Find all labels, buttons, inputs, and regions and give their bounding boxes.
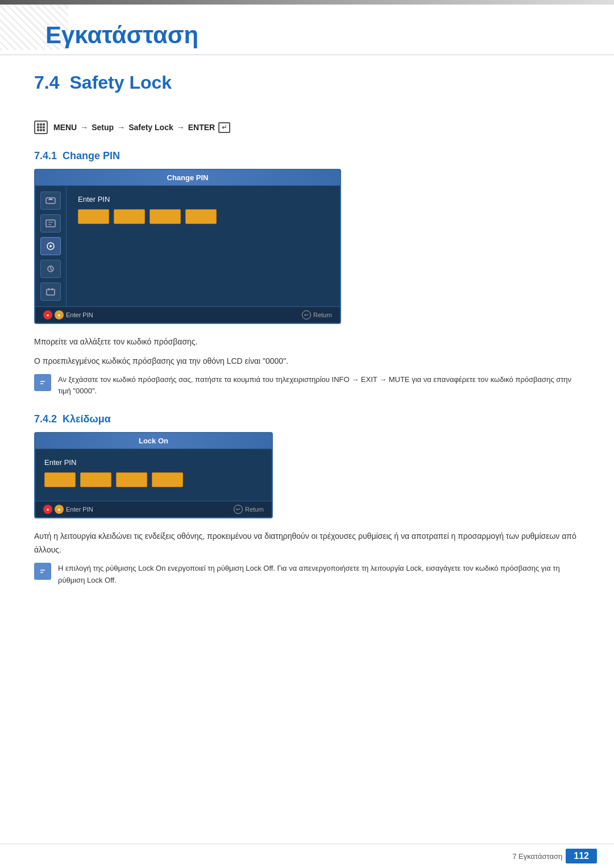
note-text-2: Η επιλογή της ρύθμισης Lock On ενεργοποι… xyxy=(58,563,580,587)
main-content: 7.4 Safety Lock MENU → Setup → Safety Lo… xyxy=(0,55,614,636)
pin-box-4 xyxy=(185,209,217,224)
svg-line-9 xyxy=(51,269,52,271)
top-accent-bar xyxy=(0,0,614,5)
sidebar-icon-3 xyxy=(40,237,61,255)
note-pencil-icon-2 xyxy=(38,566,48,576)
return-circle-icon: ↩ xyxy=(302,310,311,319)
sidebar-icon-5 xyxy=(40,283,61,301)
section-number: 7.4 xyxy=(34,72,59,97)
body-text-1-2: Ο προεπιλεγμένος κωδικός πρόσβασης για τ… xyxy=(34,355,580,368)
section-heading-row: 7.4 Safety Lock xyxy=(34,72,580,108)
change-pin-main: Enter PIN xyxy=(67,186,340,306)
change-pin-screen: Change PIN xyxy=(34,169,341,324)
enter-label: ENTER xyxy=(188,123,215,132)
lock-on-title-bar: Lock On xyxy=(35,433,272,449)
grid-icon xyxy=(37,123,45,131)
footer-page-number: 112 xyxy=(566,849,597,863)
pin-box-5 xyxy=(44,472,76,487)
page-header: Εγκατάσταση xyxy=(0,5,614,55)
enter-icon: ↵ xyxy=(218,122,230,133)
section-title: Safety Lock xyxy=(69,72,172,97)
icon-svg-5 xyxy=(45,286,56,297)
yellow-dot-2: ● xyxy=(55,505,64,514)
pin-box-8 xyxy=(152,472,183,487)
footer-btn-enter-pin: ● ● Enter PIN xyxy=(43,310,93,319)
setup-label: Setup xyxy=(92,123,114,132)
footer-btn-enter-pin-2: ● ● Enter PIN xyxy=(43,505,93,514)
sub-heading-kleidoma: 7.4.2 Κλείδωμα xyxy=(34,413,580,425)
svg-point-6 xyxy=(49,245,52,247)
svg-rect-16 xyxy=(39,567,47,575)
footer-btn-return-2: ↩ Return xyxy=(234,505,264,514)
footer-btn-return: ↩ Return xyxy=(302,310,332,319)
body-text-1-1: Μπορείτε να αλλάξετε τον κωδικό πρόσβαση… xyxy=(34,335,580,349)
lock-on-screen-body: Enter PIN xyxy=(35,449,272,501)
icon-svg-2 xyxy=(45,218,56,229)
change-pin-title-bar: Change PIN xyxy=(35,170,340,186)
change-pin-screen-body: Enter PIN xyxy=(35,186,340,306)
note-icon-2 xyxy=(34,563,51,580)
note-text-1: Αν ξεχάσατε τον κωδικό πρόσβασής σας, πα… xyxy=(58,374,580,398)
icon-svg-4 xyxy=(45,264,56,274)
arrow2: → xyxy=(117,123,125,132)
pin-box-3 xyxy=(150,209,181,224)
lock-on-main: Enter PIN xyxy=(35,449,272,501)
enter-pin-label-1: Enter PIN xyxy=(78,195,329,203)
note-box-2: Η επιλογή της ρύθμισης Lock On ενεργοποι… xyxy=(34,563,580,587)
arrow1: → xyxy=(80,123,88,132)
sidebar-icon-1 xyxy=(40,192,61,210)
note-pencil-icon xyxy=(38,377,48,388)
svg-rect-2 xyxy=(46,220,55,227)
red-dot: ● xyxy=(43,310,52,319)
lock-on-screen: Lock On Enter PIN ● ● Enter PIN ↩ Return xyxy=(34,432,273,518)
red-dot-2: ● xyxy=(43,505,52,514)
return-circle-icon-2: ↩ xyxy=(234,505,243,514)
pin-box-1 xyxy=(78,209,109,224)
note-box-1: Αν ξεχάσατε τον κωδικό πρόσβασής σας, πα… xyxy=(34,374,580,398)
footer-chapter-label: 7 Εγκατάσταση xyxy=(512,852,562,861)
pin-box-6 xyxy=(80,472,111,487)
svg-rect-10 xyxy=(47,289,55,295)
enter-pin-label-2: Enter PIN xyxy=(44,458,260,467)
pin-boxes-1 xyxy=(78,209,329,224)
page-footer: 7 Εγκατάσταση 112 xyxy=(0,844,614,868)
sidebar-icon-2 xyxy=(40,214,61,232)
screen-sidebar xyxy=(35,186,67,306)
menu-label: MENU xyxy=(53,123,77,132)
icon-svg-3 xyxy=(45,241,56,251)
body-text-2: Αυτή η λειτουργία κλειδώνει τις ενδείξει… xyxy=(34,530,580,557)
lock-on-footer: ● ● Enter PIN ↩ Return xyxy=(35,501,272,517)
yellow-dot: ● xyxy=(55,310,64,319)
menu-path: MENU → Setup → Safety Lock → ENTER ↵ xyxy=(34,121,580,134)
pin-box-7 xyxy=(116,472,147,487)
pin-boxes-2 xyxy=(44,472,260,487)
note-icon-1 xyxy=(34,374,51,391)
svg-rect-13 xyxy=(39,379,47,387)
sub-heading-change-pin: 7.4.1 Change PIN xyxy=(34,150,580,162)
icon-svg-1 xyxy=(45,196,56,206)
change-pin-footer: ● ● Enter PIN ↩ Return xyxy=(35,306,340,323)
sidebar-icon-4 xyxy=(40,260,61,278)
pin-box-2 xyxy=(114,209,145,224)
menu-icon xyxy=(34,121,48,134)
arrow3: → xyxy=(177,123,185,132)
safety-lock-label: Safety Lock xyxy=(128,123,173,132)
page-title: Εγκατάσταση xyxy=(34,22,580,49)
